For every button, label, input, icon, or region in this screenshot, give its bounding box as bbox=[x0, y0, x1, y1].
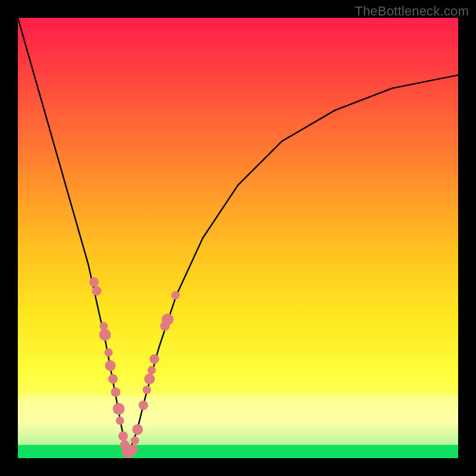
marker-dot bbox=[129, 444, 138, 454]
marker-dot bbox=[148, 366, 156, 374]
marker-dot bbox=[116, 416, 124, 425]
marker-dot bbox=[111, 387, 120, 397]
watermark-text: TheBottleneck.com bbox=[355, 4, 469, 19]
marker-dot bbox=[99, 329, 111, 341]
marker-dot bbox=[108, 374, 118, 384]
marker-dot bbox=[118, 431, 128, 441]
marker-dot bbox=[139, 400, 148, 410]
marker-dot bbox=[132, 424, 143, 435]
marker-dot bbox=[171, 291, 180, 299]
marker-dot bbox=[143, 386, 151, 394]
svg-rect-2 bbox=[18, 445, 458, 458]
marker-dot bbox=[113, 403, 125, 415]
marker-dot bbox=[99, 322, 108, 330]
marker-dot bbox=[89, 277, 99, 287]
marker-dot bbox=[104, 348, 112, 356]
marker-dot bbox=[131, 436, 139, 444]
marker-dot bbox=[92, 286, 102, 296]
svg-rect-1 bbox=[18, 396, 458, 444]
svg-rect-0 bbox=[18, 18, 458, 458]
marker-dot bbox=[149, 355, 159, 364]
marker-dot bbox=[105, 361, 115, 371]
marker-dot bbox=[144, 374, 155, 384]
plot-area bbox=[18, 18, 458, 458]
marker-dot bbox=[162, 314, 174, 325]
chart-frame: TheBottleneck.com bbox=[0, 0, 476, 476]
chart-svg bbox=[18, 18, 458, 458]
